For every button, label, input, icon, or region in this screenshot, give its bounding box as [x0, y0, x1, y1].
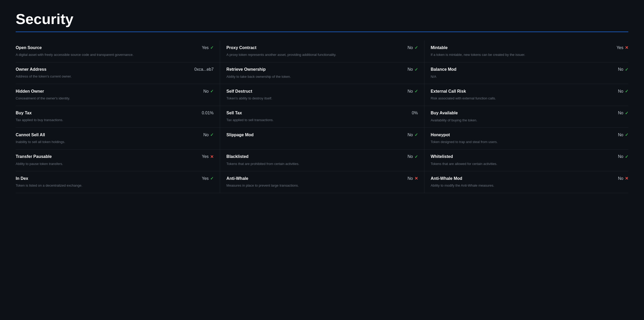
item-description: Tax applied to sell transactions.	[226, 117, 418, 123]
item-label: Open Source	[16, 45, 42, 50]
item-description: Token's ability to destroy itself.	[226, 96, 418, 101]
security-item: Buy Tax 0.01% Tax applied to buy transac…	[16, 106, 220, 128]
item-header: External Call Risk No ✓	[431, 89, 628, 94]
security-item: Transfer Pausable Yes ✕ Ability to pause…	[16, 150, 220, 171]
item-description: Risk associated with external function c…	[431, 96, 628, 101]
item-description: A digital asset with freely accessible s…	[16, 52, 214, 57]
item-value: 0.01%	[202, 111, 214, 115]
item-label: Anti-Whale Mod	[431, 176, 462, 181]
item-header: Owner Address 0xca...eb7	[16, 67, 214, 72]
item-value: No ✓	[618, 89, 628, 94]
check-icon: ✓	[210, 89, 214, 94]
item-description: Tokens that are prohibited from certain …	[226, 161, 418, 167]
item-header: Buy Available No ✓	[431, 111, 628, 116]
item-label: Whitelisted	[431, 154, 453, 159]
item-value: No ✓	[407, 67, 418, 72]
item-description: A proxy token represents another asset, …	[226, 52, 418, 57]
item-header: Sell Tax 0%	[226, 111, 418, 115]
item-value: No ✕	[407, 176, 418, 181]
check-icon: ✓	[415, 89, 418, 94]
check-icon: ✓	[625, 67, 628, 72]
item-value: No ✓	[618, 111, 628, 116]
check-icon: ✓	[625, 89, 628, 94]
item-description: Ability to pause token transfers.	[16, 161, 214, 167]
item-header: In Dex Yes ✓	[16, 176, 214, 181]
security-item: Whitelisted No ✓ Tokens that are allowed…	[424, 150, 628, 171]
title-divider	[16, 32, 628, 32]
item-header: Anti-Whale Mod No ✕	[431, 176, 628, 181]
security-item: Retrieve Ownership No ✓ Ability to take …	[220, 62, 424, 84]
security-item: Buy Available No ✓ Availability of buyin…	[424, 106, 628, 128]
item-header: Self Destruct No ✓	[226, 89, 418, 94]
check-icon: ✓	[210, 132, 214, 137]
security-item: In Dex Yes ✓ Token is listed on a decent…	[16, 171, 220, 193]
item-label: Self Destruct	[226, 89, 252, 94]
item-header: Proxy Contract No ✓	[226, 45, 418, 50]
item-description: Token designed to trap and steal from us…	[431, 139, 628, 145]
item-header: Balance Mod No ✓	[431, 67, 628, 72]
security-item: Proxy Contract No ✓ A proxy token repres…	[220, 40, 424, 62]
item-description: Address of the token's current owner.	[16, 74, 214, 79]
item-description: Measures in place to prevent large trans…	[226, 183, 418, 188]
item-description: Token is listed on a decentralized excha…	[16, 183, 214, 188]
item-header: Blacklisted No ✓	[226, 154, 418, 159]
security-item: Open Source Yes ✓ A digital asset with f…	[16, 40, 220, 62]
x-icon: ✕	[415, 176, 418, 181]
item-label: Slippage Mod	[226, 133, 254, 137]
item-value: Yes ✓	[202, 45, 214, 50]
item-label: Retrieve Ownership	[226, 67, 266, 72]
check-icon: ✓	[625, 154, 628, 159]
item-value: No ✕	[618, 176, 628, 181]
item-header: Honeypot No ✓	[431, 132, 628, 137]
security-item: Balance Mod No ✓ N/A	[424, 62, 628, 84]
security-item: Self Destruct No ✓ Token's ability to de…	[220, 84, 424, 106]
item-label: Buy Tax	[16, 111, 32, 115]
item-label: Hidden Owner	[16, 89, 44, 94]
item-value: No ✓	[407, 45, 418, 50]
security-item: External Call Risk No ✓ Risk associated …	[424, 84, 628, 106]
item-label: Blacklisted	[226, 154, 248, 159]
item-value: 0%	[412, 111, 418, 115]
item-label: Buy Available	[431, 111, 458, 115]
item-label: Balance Mod	[431, 67, 457, 72]
security-grid: Open Source Yes ✓ A digital asset with f…	[16, 40, 628, 193]
item-label: Honeypot	[431, 133, 450, 137]
item-header: Slippage Mod No ✓	[226, 132, 418, 137]
security-item: Slippage Mod No ✓	[220, 128, 424, 150]
item-value: No ✓	[407, 89, 418, 94]
item-value: Yes ✕	[202, 154, 214, 159]
item-header: Anti-Whale No ✕	[226, 176, 418, 181]
item-header: Whitelisted No ✓	[431, 154, 628, 159]
security-item: Honeypot No ✓ Token designed to trap and…	[424, 128, 628, 150]
item-value: No ✓	[407, 132, 418, 137]
check-icon: ✓	[415, 45, 418, 50]
item-description: Tokens that are allowed for certain acti…	[431, 161, 628, 167]
item-header: Open Source Yes ✓	[16, 45, 214, 50]
item-description: Tax applied to buy transactions.	[16, 117, 214, 123]
check-icon: ✓	[415, 132, 418, 137]
item-label: Anti-Whale	[226, 176, 248, 181]
item-description: N/A	[431, 74, 628, 79]
item-description: Ability to take back ownership of the to…	[226, 74, 418, 79]
security-item: Anti-Whale No ✕ Measures in place to pre…	[220, 171, 424, 193]
x-icon: ✕	[625, 45, 628, 50]
item-label: Transfer Pausable	[16, 154, 52, 159]
security-item: Owner Address 0xca...eb7 Address of the …	[16, 62, 220, 84]
check-icon: ✓	[210, 176, 214, 181]
item-value: No ✓	[407, 154, 418, 159]
item-value: No ✓	[203, 132, 214, 137]
item-value: No ✓	[618, 67, 628, 72]
check-icon: ✓	[415, 154, 418, 159]
item-label: Sell Tax	[226, 111, 242, 115]
item-value: No ✓	[203, 89, 214, 94]
page-title: Security	[16, 10, 628, 27]
item-header: Transfer Pausable Yes ✕	[16, 154, 214, 159]
item-value: Yes ✓	[202, 176, 214, 181]
item-header: Mintable Yes ✕	[431, 45, 628, 50]
check-icon: ✓	[625, 111, 628, 116]
check-icon: ✓	[415, 67, 418, 72]
item-label: External Call Risk	[431, 89, 466, 94]
x-icon: ✕	[210, 154, 214, 159]
item-description: If a token is mintable, new tokens can b…	[431, 52, 628, 57]
item-header: Buy Tax 0.01%	[16, 111, 214, 115]
